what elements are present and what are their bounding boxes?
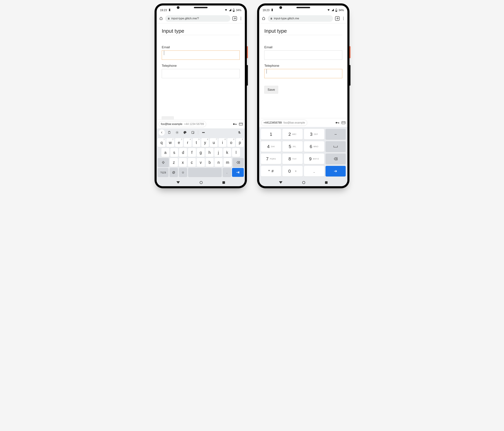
key-l[interactable]: l — [232, 148, 240, 157]
keypad-0[interactable]: 0 + — [282, 166, 303, 177]
wifi-icon — [225, 9, 227, 12]
phone-frame-left: 19:23 34% input-type.glitch.me/? :D ⋮ — [154, 3, 247, 188]
nav-home[interactable] — [200, 181, 203, 184]
keypad-1[interactable]: 1 — [261, 129, 281, 140]
key-t[interactable]: t5 — [192, 138, 200, 147]
key-y[interactable]: y6 — [201, 138, 209, 147]
key-u[interactable]: u7 — [210, 138, 218, 147]
symbols-key[interactable]: ?123 — [158, 168, 169, 177]
keypad-3[interactable]: 3DEF — [304, 129, 324, 140]
lock-icon — [168, 17, 170, 20]
keypad-star-hash[interactable]: *# — [261, 166, 281, 177]
nav-home[interactable] — [302, 181, 305, 184]
emoji-key[interactable]: ☺ — [179, 168, 187, 177]
key-x[interactable]: x — [179, 158, 187, 167]
keypad-8[interactable]: 8TUV — [282, 154, 303, 164]
key-h[interactable]: h — [206, 148, 214, 157]
enter-key[interactable] — [232, 168, 244, 177]
more-icon[interactable]: ••• — [200, 129, 207, 136]
mic-off-icon[interactable] — [236, 129, 243, 136]
telephone-field[interactable] — [162, 69, 240, 78]
keypad-9[interactable]: 9WXYZ — [304, 154, 324, 164]
key-row-2: asdfghjkl — [157, 148, 244, 158]
key-i[interactable]: i8 — [218, 138, 226, 147]
key-e[interactable]: e3 — [175, 138, 183, 147]
keypad-period[interactable]: . — [304, 166, 324, 177]
nav-recents[interactable] — [325, 181, 328, 184]
key-s[interactable]: s — [170, 148, 178, 157]
front-camera — [279, 6, 282, 9]
keypad-5[interactable]: 5JKL — [282, 141, 303, 152]
key-v[interactable]: v — [197, 158, 205, 167]
clipboard-icon[interactable] — [166, 129, 173, 136]
key-p[interactable]: p0 — [236, 138, 244, 147]
key-o[interactable]: o9 — [227, 138, 235, 147]
save-button-partial[interactable] — [162, 116, 174, 120]
nav-back[interactable] — [279, 181, 282, 184]
key-d[interactable]: d — [179, 148, 187, 157]
autofill-suggestion[interactable]: foo@bar.example +44 1234 56789 — [159, 121, 206, 127]
signal-icon — [229, 9, 232, 12]
page-content: Input type Email Telephone Save — [259, 23, 347, 118]
tabs-button[interactable]: :D — [233, 16, 237, 21]
home-icon[interactable] — [261, 16, 266, 20]
key-j[interactable]: j — [214, 148, 222, 157]
key-k[interactable]: k — [223, 148, 231, 157]
keypad-space[interactable] — [325, 141, 346, 152]
gear-icon[interactable] — [174, 129, 180, 136]
kbd-back-icon[interactable] — [159, 129, 165, 136]
key-r[interactable]: r4 — [184, 138, 192, 147]
card-icon[interactable] — [239, 123, 243, 125]
backspace-key[interactable] — [233, 158, 244, 167]
battery-percent: 34% — [339, 9, 344, 12]
key-n[interactable]: n — [215, 158, 223, 167]
space-key[interactable] — [188, 168, 222, 177]
at-key[interactable]: @ — [170, 168, 178, 177]
phone-frame-right: 19:23 34% input-type.glitch.me :D ⋮ — [257, 3, 350, 188]
nav-back[interactable] — [176, 181, 180, 184]
autofill-suggestion[interactable]: +44123456789 foo@bar.example — [261, 120, 307, 126]
key-b[interactable]: b — [206, 158, 214, 167]
key-w[interactable]: w2 — [166, 138, 174, 147]
key-a[interactable]: a — [161, 148, 170, 157]
key-m[interactable]: m — [224, 158, 232, 167]
url-text: input-type.glitch.me — [274, 17, 299, 20]
backspace-key[interactable] — [325, 154, 346, 164]
url-bar[interactable]: input-type.glitch.me — [268, 15, 333, 22]
save-button[interactable]: Save — [264, 86, 278, 94]
key-q[interactable]: q1 — [158, 138, 165, 147]
sticker-icon[interactable] — [189, 129, 196, 136]
email-label: Email — [264, 45, 342, 49]
menu-icon[interactable]: ⋮ — [342, 16, 345, 21]
keypad-2[interactable]: 2ABC — [282, 129, 303, 140]
system-navbar — [259, 179, 347, 186]
card-icon[interactable] — [342, 121, 345, 124]
volume-button — [247, 65, 248, 85]
browser-toolbar: input-type.glitch.me/? :D ⋮ — [157, 14, 245, 23]
telephone-field[interactable] — [264, 69, 342, 78]
key-g[interactable]: g — [197, 148, 205, 157]
palette-icon[interactable] — [181, 129, 189, 136]
nav-recents[interactable] — [222, 181, 225, 184]
key-icon[interactable] — [233, 122, 237, 126]
enter-key[interactable] — [325, 166, 346, 177]
shift-key[interactable] — [158, 158, 169, 167]
autofill-email: foo@bar.example — [161, 122, 182, 126]
key-f[interactable]: f — [188, 148, 196, 157]
keypad-dash[interactable]: – — [325, 129, 346, 140]
key-c[interactable]: c — [188, 158, 196, 167]
home-icon[interactable] — [159, 16, 163, 20]
keypad-7[interactable]: 7PQRS — [261, 154, 281, 164]
keypad-4[interactable]: 4GHI — [261, 141, 281, 152]
tabs-button[interactable]: :D — [335, 16, 340, 21]
url-bar[interactable]: input-type.glitch.me/? — [165, 15, 230, 22]
keypad-6[interactable]: 6MNO — [304, 141, 324, 152]
menu-icon[interactable]: ⋮ — [239, 16, 243, 21]
period-key[interactable]: . — [223, 168, 231, 177]
svg-rect-12 — [338, 122, 339, 123]
speaker-grille — [194, 7, 207, 8]
email-field[interactable] — [162, 50, 240, 60]
key-icon[interactable] — [335, 121, 340, 125]
email-field[interactable] — [264, 50, 342, 60]
key-z[interactable]: z — [170, 158, 178, 167]
